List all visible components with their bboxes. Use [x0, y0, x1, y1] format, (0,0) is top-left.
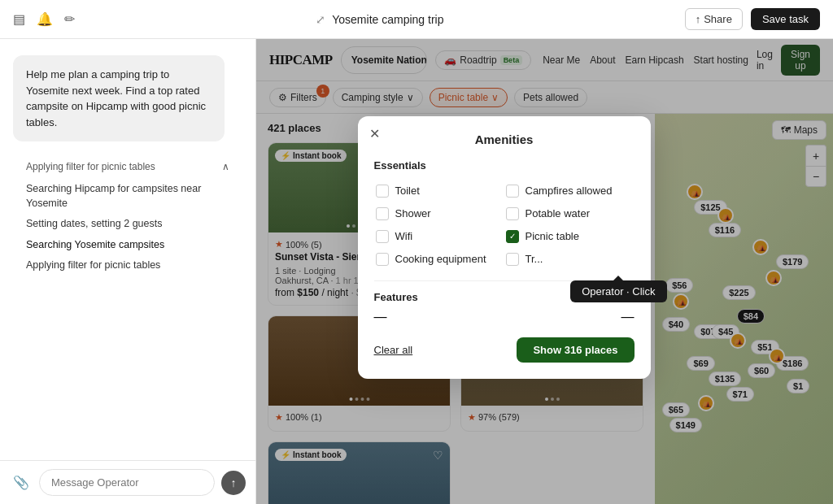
- activity-item: Setting dates, setting 2 guests: [26, 214, 229, 235]
- shower-label: Shower: [395, 207, 431, 219]
- trash-label: Tr...: [526, 253, 543, 265]
- picnic-checkbox[interactable]: [506, 230, 519, 243]
- activity-header[interactable]: Applying filter for picnic tables ∧: [26, 161, 229, 172]
- chat-bubble: Help me plan a camping trip to Yosemite …: [13, 55, 225, 141]
- features-row: — —: [374, 310, 635, 324]
- clear-all-button[interactable]: Clear all: [374, 344, 413, 356]
- top-bar-actions: ↑ Share Save task: [685, 8, 820, 30]
- campfires-checkbox[interactable]: [506, 185, 519, 198]
- modal-divider: [374, 280, 635, 281]
- edit-icon[interactable]: ✏: [64, 11, 75, 27]
- modal-overlay[interactable]: ✕ Amenities Essentials Toilet Shower: [256, 39, 833, 504]
- activity-section: Applying filter for picnic tables ∧ Sear…: [13, 154, 242, 286]
- essentials-title: Essentials: [374, 159, 635, 172]
- toilet-label: Toilet: [395, 185, 420, 197]
- top-bar-icons: ▤ 🔔 ✏: [13, 11, 75, 27]
- chevron-up-icon: ∧: [222, 161, 229, 172]
- attach-button[interactable]: 📎: [10, 471, 33, 493]
- activity-item: Searching Hipcamp for campsites near Yos…: [26, 179, 229, 214]
- checkbox-wifi[interactable]: Wifi: [374, 225, 504, 248]
- features-placeholder2: —: [621, 310, 635, 324]
- water-checkbox[interactable]: [506, 207, 519, 220]
- checkbox-toilet[interactable]: Toilet: [374, 180, 504, 202]
- wifi-checkbox[interactable]: [376, 230, 389, 243]
- minimize-icon[interactable]: ⤢: [316, 13, 325, 26]
- page-title: ⤢ Yosemite camping trip: [88, 13, 672, 26]
- checkbox-picnic[interactable]: Picnic table: [504, 225, 635, 248]
- share-icon: ↑: [696, 13, 701, 25]
- show-places-button[interactable]: Show 316 places: [517, 337, 634, 363]
- checkbox-water[interactable]: Potable water: [504, 202, 635, 225]
- checkbox-campfires[interactable]: Campfires allowed: [504, 180, 635, 202]
- wifi-label: Wifi: [395, 230, 413, 242]
- trash-checkbox[interactable]: [506, 253, 519, 266]
- chat-area: Help me plan a camping trip to Yosemite …: [0, 39, 255, 460]
- message-input[interactable]: [39, 469, 215, 496]
- checkbox-shower[interactable]: Shower: [374, 202, 504, 225]
- features-title: Features: [374, 291, 635, 303]
- shower-checkbox[interactable]: [376, 207, 389, 220]
- amenities-columns: Toilet Shower Wifi Cooking equipmen: [374, 180, 635, 271]
- main-content: Help me plan a camping trip to Yosemite …: [0, 39, 833, 504]
- modal-actions: Clear all Show 316 places: [374, 337, 635, 363]
- activity-item-active: Searching Yosemite campsites: [26, 235, 229, 256]
- modal-close-button[interactable]: ✕: [369, 126, 380, 141]
- hipcamp-panel: HIPCAMP Yosemite National Park Mar 15 – …: [256, 39, 833, 504]
- modal-title: Amenities: [374, 133, 635, 146]
- message-input-area: 📎 ↑: [0, 460, 255, 504]
- picnic-label: Picnic table: [526, 230, 579, 242]
- campfires-label: Campfires allowed: [526, 185, 613, 197]
- cooking-label: Cooking equipment: [395, 253, 486, 265]
- notifications-icon[interactable]: 🔔: [37, 11, 53, 27]
- activity-item: Applying filter for picnic tables: [26, 255, 229, 276]
- top-bar: ▤ 🔔 ✏ ⤢ Yosemite camping trip ↑ Share Sa…: [0, 0, 833, 39]
- water-label: Potable water: [526, 207, 591, 219]
- checkbox-trash[interactable]: Tr...: [504, 248, 635, 271]
- features-placeholder: —: [374, 310, 387, 324]
- amenities-modal: ✕ Amenities Essentials Toilet Shower: [358, 116, 651, 379]
- send-button[interactable]: ↑: [221, 471, 246, 495]
- toilet-checkbox[interactable]: [376, 185, 389, 198]
- checkbox-cooking[interactable]: Cooking equipment: [374, 248, 504, 271]
- sidebar-toggle-icon[interactable]: ▤: [13, 11, 25, 27]
- share-button[interactable]: ↑ Share: [685, 8, 743, 30]
- sidebar: Help me plan a camping trip to Yosemite …: [0, 39, 256, 504]
- save-task-button[interactable]: Save task: [751, 8, 820, 30]
- cooking-checkbox[interactable]: [376, 253, 389, 266]
